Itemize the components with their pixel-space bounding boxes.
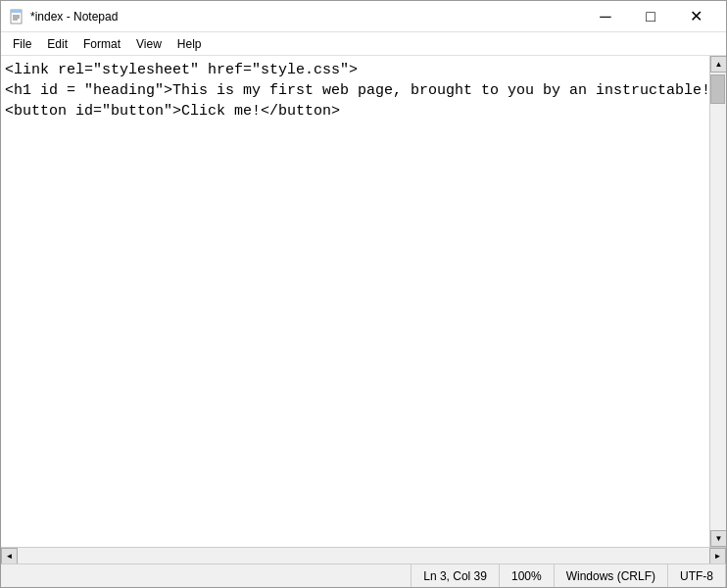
bottom-area: ◄ ► Ln 3, Col 39 100% Windows (CRLF) UTF… (1, 547, 726, 587)
horizontal-scrollbar[interactable]: ◄ ► (1, 547, 726, 564)
scroll-right-button[interactable]: ► (709, 548, 726, 564)
editor-area: ▲ ▼ (1, 56, 726, 547)
window-title: *index - Notepad (30, 10, 583, 24)
app-icon (9, 9, 24, 24)
cursor-position: Ln 3, Col 39 (412, 564, 500, 587)
text-editor[interactable] (1, 56, 709, 547)
svg-rect-1 (11, 10, 22, 13)
menu-edit[interactable]: Edit (39, 35, 75, 53)
menu-view[interactable]: View (128, 35, 170, 53)
scroll-left-button[interactable]: ◄ (1, 548, 18, 564)
vertical-scrollbar[interactable]: ▲ ▼ (709, 56, 726, 547)
encoding: UTF-8 (668, 564, 726, 587)
status-bar: Ln 3, Col 39 100% Windows (CRLF) UTF-8 (1, 564, 726, 587)
window-controls: ─ □ ✕ (583, 1, 718, 32)
scroll-up-button[interactable]: ▲ (710, 56, 726, 73)
minimize-button[interactable]: ─ (583, 1, 628, 32)
menu-format[interactable]: Format (75, 35, 128, 53)
close-button[interactable]: ✕ (673, 1, 718, 32)
menu-help[interactable]: Help (170, 35, 210, 53)
status-spacer (1, 564, 412, 587)
notepad-window: *index - Notepad ─ □ ✕ File Edit Format … (0, 0, 727, 588)
scroll-thumb-v[interactable] (710, 74, 725, 104)
title-bar: *index - Notepad ─ □ ✕ (1, 1, 726, 32)
scroll-track-v[interactable] (710, 73, 726, 530)
zoom-level: 100% (500, 564, 555, 587)
line-ending: Windows (CRLF) (555, 564, 668, 587)
menu-bar: File Edit Format View Help (1, 32, 726, 56)
maximize-button[interactable]: □ (628, 1, 673, 32)
menu-file[interactable]: File (5, 35, 39, 53)
scroll-down-button[interactable]: ▼ (710, 530, 726, 547)
